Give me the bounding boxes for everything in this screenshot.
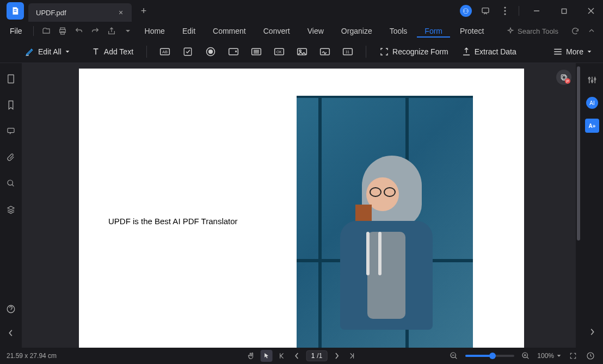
file-menu[interactable]: File bbox=[4, 27, 28, 35]
separator bbox=[519, 6, 519, 16]
vertical-scrollbar[interactable] bbox=[576, 63, 581, 348]
zoom-in-icon[interactable] bbox=[520, 350, 532, 362]
add-text-label: Add Text bbox=[104, 47, 133, 56]
svg-point-41 bbox=[594, 78, 596, 80]
zoom-slider-fill bbox=[465, 355, 493, 357]
zoom-slider-thumb[interactable] bbox=[489, 353, 496, 359]
page-number-input[interactable]: 1 /1 bbox=[306, 350, 328, 361]
text-t-icon bbox=[91, 47, 101, 57]
menu-edit[interactable]: Edit bbox=[175, 24, 203, 38]
extract-data-button[interactable]: Extract Data bbox=[458, 45, 520, 59]
button-field-icon[interactable]: OK bbox=[271, 45, 287, 59]
open-icon[interactable] bbox=[39, 24, 53, 38]
chevron-down-icon bbox=[65, 49, 70, 54]
print-icon[interactable] bbox=[56, 24, 70, 38]
svg-point-24 bbox=[299, 50, 301, 51]
svg-rect-32 bbox=[8, 128, 14, 133]
menu-comment[interactable]: Comment bbox=[205, 24, 254, 38]
sparkle-icon bbox=[507, 27, 514, 35]
recognize-form-label: Recognize Form bbox=[392, 47, 448, 56]
search-tools-label: Search Tools bbox=[518, 27, 558, 35]
edit-all-label: Edit All bbox=[38, 47, 61, 56]
undo-icon[interactable] bbox=[72, 24, 86, 38]
menu-tools[interactable]: Tools bbox=[382, 24, 415, 38]
separator bbox=[33, 26, 34, 36]
list-field-icon[interactable] bbox=[248, 45, 264, 59]
last-page-icon[interactable] bbox=[346, 350, 358, 362]
document-tab[interactable]: UPDF.pdf × bbox=[28, 3, 132, 22]
scrollbar-thumb[interactable] bbox=[577, 66, 580, 240]
collapse-left-icon[interactable] bbox=[5, 327, 17, 339]
maximize-window-icon[interactable] bbox=[554, 3, 574, 18]
zoom-out-icon[interactable] bbox=[448, 350, 460, 362]
search-icon[interactable] bbox=[5, 177, 17, 189]
minimize-window-icon[interactable] bbox=[527, 3, 546, 18]
redo-icon[interactable] bbox=[88, 24, 102, 38]
menu-view[interactable]: View bbox=[300, 24, 331, 38]
next-page-icon[interactable] bbox=[330, 350, 342, 362]
image-field-icon[interactable] bbox=[294, 45, 310, 59]
comments-icon[interactable] bbox=[5, 125, 17, 137]
menu-home[interactable]: Home bbox=[137, 24, 173, 38]
chevron-down-icon bbox=[587, 49, 592, 54]
user-avatar-icon[interactable]: ⚇ bbox=[460, 5, 472, 17]
search-tools[interactable]: Search Tools bbox=[507, 27, 558, 35]
collapse-right-icon[interactable] bbox=[585, 325, 599, 339]
prev-page-icon[interactable] bbox=[291, 350, 303, 362]
menu-protect[interactable]: Protect bbox=[452, 24, 491, 38]
checkbox-icon[interactable] bbox=[180, 45, 196, 59]
upload-icon bbox=[462, 47, 471, 57]
svg-line-48 bbox=[527, 357, 528, 359]
dropdown-chevron-icon[interactable] bbox=[121, 24, 135, 38]
current-page: 1 bbox=[311, 352, 315, 360]
tab-title: UPDF.pdf bbox=[36, 9, 66, 17]
layers-icon[interactable] bbox=[5, 203, 17, 215]
select-tool-icon[interactable] bbox=[261, 350, 273, 362]
svg-rect-5 bbox=[562, 9, 566, 13]
svg-text:OK: OK bbox=[276, 50, 282, 54]
menu-convert[interactable]: Convert bbox=[256, 24, 298, 38]
first-page-icon[interactable] bbox=[276, 350, 288, 362]
new-tab-button[interactable]: + bbox=[136, 3, 151, 18]
sync-icon[interactable] bbox=[568, 24, 582, 38]
svg-point-3 bbox=[504, 13, 506, 15]
menu-lines-icon bbox=[553, 48, 563, 55]
translate-icon[interactable]: A» bbox=[585, 119, 599, 133]
menu-organize[interactable]: Organize bbox=[334, 24, 380, 38]
add-text-button[interactable]: Add Text bbox=[88, 45, 137, 59]
document-canvas[interactable]: UPDF is the Best AI PDF Translator bbox=[22, 63, 581, 348]
help-icon[interactable] bbox=[5, 303, 17, 315]
close-tab-icon[interactable]: × bbox=[115, 7, 126, 18]
close-window-icon[interactable] bbox=[581, 3, 601, 18]
page-dimensions: 21.59 x 27.94 cm bbox=[7, 352, 57, 360]
reading-mode-icon[interactable] bbox=[584, 350, 596, 362]
text-field-icon[interactable]: AB bbox=[157, 45, 173, 59]
bookmarks-icon[interactable] bbox=[5, 99, 17, 111]
chat-icon[interactable] bbox=[479, 5, 491, 17]
zoom-slider[interactable] bbox=[465, 355, 514, 357]
radio-button-icon[interactable] bbox=[202, 45, 219, 59]
properties-icon[interactable] bbox=[585, 73, 599, 87]
share-icon[interactable] bbox=[104, 24, 119, 38]
signature-field-icon[interactable] bbox=[317, 45, 333, 59]
collapse-icon[interactable] bbox=[584, 24, 599, 38]
kebab-menu-icon[interactable] bbox=[499, 5, 511, 17]
zoom-dropdown[interactable]: 100% bbox=[537, 352, 562, 360]
ai-assistant-icon[interactable]: AI bbox=[586, 97, 598, 109]
thumbnails-icon[interactable] bbox=[5, 73, 17, 85]
hand-tool-icon[interactable] bbox=[245, 350, 257, 362]
svg-line-34 bbox=[12, 184, 14, 186]
date-field-icon[interactable]: 31 bbox=[340, 45, 356, 59]
extract-data-label: Extract Data bbox=[475, 47, 516, 56]
more-button[interactable]: More bbox=[550, 45, 595, 58]
chevron-down-icon bbox=[556, 353, 562, 359]
recognize-form-button[interactable]: Recognize Form bbox=[376, 45, 452, 59]
dropdown-field-icon[interactable] bbox=[225, 45, 242, 59]
edit-all-button[interactable]: Edit All bbox=[22, 45, 73, 59]
notification-badge[interactable]: P bbox=[556, 70, 571, 85]
menu-form[interactable]: Form bbox=[417, 24, 450, 38]
pdf-page: UPDF is the Best AI PDF Translator bbox=[79, 69, 524, 348]
svg-point-40 bbox=[592, 81, 593, 82]
attachments-icon[interactable] bbox=[5, 151, 17, 163]
fullscreen-icon[interactable] bbox=[567, 350, 579, 362]
